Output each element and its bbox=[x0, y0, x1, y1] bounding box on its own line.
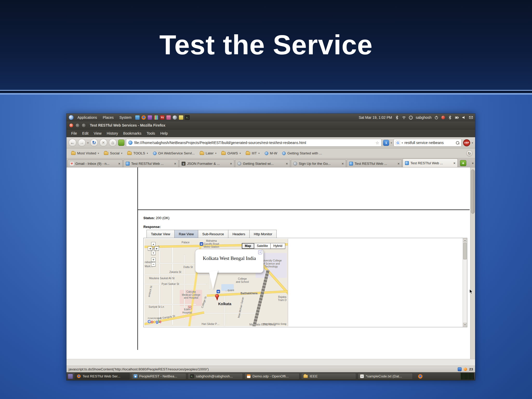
map-marker-icon[interactable] bbox=[215, 294, 219, 301]
new-tab-button[interactable]: + bbox=[460, 160, 466, 166]
pan-up-button[interactable]: ▲ bbox=[151, 242, 156, 246]
pidgin-launcher-icon[interactable] bbox=[148, 115, 152, 120]
window-scrollbar[interactable] bbox=[470, 167, 475, 359]
list-all-tabs-icon[interactable]: ▾ bbox=[472, 161, 474, 165]
window-minimize-button[interactable]: – bbox=[75, 123, 80, 128]
map-type-hybrid[interactable]: Hybrid bbox=[270, 243, 285, 249]
window-close-button[interactable]: × bbox=[69, 123, 74, 128]
bookmark-social[interactable]: Social▾ bbox=[102, 150, 124, 157]
window-titlebar[interactable]: × – ▫ Test RESTful Web Services - Mozill… bbox=[66, 121, 475, 129]
scroll-thumb[interactable] bbox=[471, 169, 475, 214]
stop-button[interactable]: × bbox=[99, 139, 107, 147]
taskbar-item-netbeans[interactable]: ◆PeopleREST - NetBea... bbox=[131, 373, 186, 380]
addon-toolbar-icon[interactable] bbox=[118, 140, 124, 146]
sync-refresh-icon[interactable]: ↻ bbox=[466, 150, 473, 156]
battery-icon[interactable] bbox=[455, 115, 459, 120]
system-monitor-icon[interactable] bbox=[154, 115, 158, 120]
adblock-icon[interactable]: ABP bbox=[463, 139, 470, 146]
menu-view[interactable]: View bbox=[91, 131, 104, 135]
volume-icon[interactable] bbox=[462, 115, 466, 120]
tab-raw-view[interactable]: Raw View bbox=[174, 230, 198, 238]
filezilla-launcher-icon[interactable]: Fz bbox=[160, 115, 165, 120]
tab-test-restful-active[interactable]: Test RESTful Web ...× bbox=[403, 159, 458, 167]
search-input[interactable] bbox=[404, 141, 454, 145]
scroll-down-icon[interactable]: ▼ bbox=[463, 323, 467, 327]
media-player-icon[interactable] bbox=[166, 115, 171, 120]
firefox-icon[interactable] bbox=[418, 374, 423, 379]
menu-applications[interactable]: Applications bbox=[75, 115, 99, 120]
panel-clock[interactable]: Sat Mar 19, 1:02 PM bbox=[359, 115, 392, 120]
addon-one-dropdown-icon[interactable]: ▾ bbox=[391, 141, 392, 144]
bookmark-getting-started[interactable]: Getting Started with ... bbox=[280, 150, 324, 157]
reload-button[interactable]: ↻ bbox=[90, 139, 98, 147]
bookmark-oa-webservice[interactable]: OA WebService Servl... bbox=[151, 150, 197, 157]
tab-close-icon[interactable]: × bbox=[453, 161, 455, 165]
pan-down-button[interactable]: ▼ bbox=[151, 251, 156, 255]
menu-tools[interactable]: Tools bbox=[144, 131, 158, 135]
home-button[interactable]: ⌂ bbox=[109, 139, 117, 147]
terminal-launcher-icon[interactable]: >_ bbox=[185, 115, 190, 120]
bookmark-tools[interactable]: TOOLS▾ bbox=[125, 150, 150, 157]
taskbar-item-firefox[interactable]: Test RESTful Web Ser... bbox=[75, 373, 130, 380]
zoom-in-button[interactable]: + bbox=[151, 258, 156, 262]
bubble-close-icon[interactable]: × bbox=[258, 250, 262, 254]
bookmark-oaws[interactable]: OAWS▾ bbox=[219, 150, 243, 157]
bookmark-most-visited[interactable]: Most Visited▾ bbox=[69, 150, 101, 157]
menu-help[interactable]: Help bbox=[158, 131, 170, 135]
scroll-thumb[interactable] bbox=[463, 243, 467, 259]
tab-close-icon[interactable]: × bbox=[286, 162, 288, 166]
tab-test-restful-2[interactable]: Test RESTful Web ...× bbox=[347, 160, 402, 167]
tab-http-monitor[interactable]: Http Monitor bbox=[249, 230, 277, 238]
tab-headers[interactable]: Headers bbox=[228, 230, 250, 238]
response-scrollbar[interactable]: ▲ ▼ bbox=[463, 238, 467, 327]
taskbar-item-ieee[interactable]: IEEE bbox=[301, 373, 356, 380]
adblock-dropdown-icon[interactable]: ▾ bbox=[472, 141, 473, 144]
tab-test-restful-1[interactable]: Test RESTful Web ...× bbox=[123, 160, 178, 167]
bookmark-later[interactable]: Later▾ bbox=[198, 150, 219, 157]
firefox-launcher-icon[interactable] bbox=[141, 115, 146, 120]
bluetooth-icon[interactable] bbox=[395, 115, 399, 120]
search-engine-icon[interactable]: G bbox=[396, 141, 400, 145]
menu-edit[interactable]: Edit bbox=[80, 131, 91, 135]
status-addon-icon[interactable] bbox=[458, 367, 462, 371]
distro-logo-icon[interactable] bbox=[69, 115, 74, 120]
tab-close-icon[interactable]: × bbox=[174, 162, 176, 166]
scroll-up-icon[interactable]: ▲ bbox=[463, 238, 467, 242]
tab-sub-resource[interactable]: Sub-Resource bbox=[198, 230, 228, 238]
package-manager-icon[interactable] bbox=[179, 115, 183, 120]
tab-json-formatter[interactable]: {}JSON Formatter & ...× bbox=[179, 160, 234, 167]
wifi-icon[interactable] bbox=[402, 115, 406, 120]
menu-bookmarks[interactable]: Bookmarks bbox=[121, 131, 144, 135]
status-counter-icon[interactable] bbox=[464, 368, 467, 371]
tab-close-icon[interactable]: × bbox=[397, 162, 400, 166]
tab-sign-up[interactable]: Sign Up for the Go...× bbox=[291, 160, 346, 167]
show-desktop-icon[interactable] bbox=[68, 374, 73, 379]
tab-gmail[interactable]: MGmail - Inbox (9) - n...× bbox=[68, 160, 123, 167]
tab-close-icon[interactable]: × bbox=[342, 162, 344, 166]
url-input[interactable] bbox=[134, 141, 374, 145]
url-bar[interactable]: ☆ bbox=[126, 139, 382, 147]
tab-close-icon[interactable]: × bbox=[230, 162, 232, 166]
power-icon[interactable] bbox=[434, 115, 438, 120]
back-button[interactable]: ← bbox=[69, 139, 76, 147]
tab-tabular-view[interactable]: Tabular View bbox=[147, 230, 175, 238]
map-type-map[interactable]: Map bbox=[242, 243, 254, 249]
search-go-icon[interactable] bbox=[456, 141, 460, 145]
tab-getting-started[interactable]: Getting Started wi...× bbox=[235, 160, 290, 167]
tab-close-icon[interactable]: × bbox=[118, 162, 120, 166]
addon-one-icon[interactable]: 1 bbox=[383, 140, 389, 146]
web-globe-icon[interactable] bbox=[172, 115, 177, 120]
window-maximize-button[interactable]: ▫ bbox=[82, 123, 86, 128]
map-type-satellite[interactable]: Satellite bbox=[254, 243, 271, 249]
panel-username[interactable]: sabghosh bbox=[416, 115, 431, 120]
search-bar[interactable]: G ▾ bbox=[394, 139, 462, 147]
notification-icon[interactable] bbox=[441, 116, 445, 119]
forward-button[interactable]: → bbox=[78, 139, 86, 147]
pan-left-button[interactable]: ◀ bbox=[148, 246, 152, 251]
taskbar-item-samplecode[interactable]: ≡*sampleCode.txt (Dat... bbox=[358, 373, 413, 380]
workspace-launcher-icon[interactable] bbox=[135, 115, 140, 120]
bookmark-iiit[interactable]: IIIT▾ bbox=[244, 150, 262, 157]
history-dropdown-icon[interactable]: ▾ bbox=[87, 141, 89, 144]
taskbar-item-terminal[interactable]: >_sabghosh@sabghosh... bbox=[188, 373, 243, 380]
horizontal-scroll-strip[interactable] bbox=[66, 359, 475, 366]
